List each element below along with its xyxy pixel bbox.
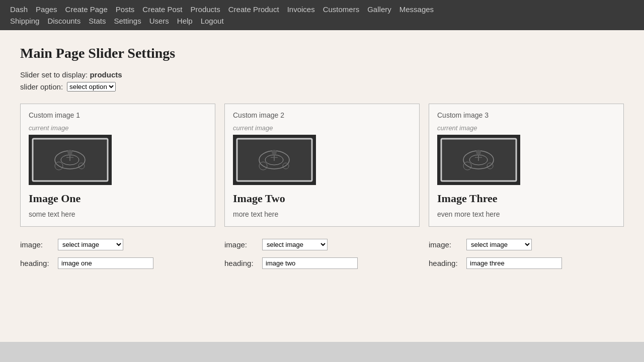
form-row-1-image: image: select image: [20, 239, 215, 250]
form-col-2: image: select image heading:: [224, 239, 420, 276]
form-2-heading-input[interactable]: [262, 257, 358, 269]
form-1-image-select[interactable]: select image: [58, 239, 123, 250]
card-2-text: more text here: [233, 210, 411, 218]
nav-products[interactable]: Products: [191, 5, 220, 14]
form-1-heading-input[interactable]: [58, 257, 153, 269]
form-rows: image: select image heading: image: sele…: [20, 239, 624, 276]
nav-posts[interactable]: Posts: [116, 5, 135, 14]
card-1-text: some text here: [29, 210, 207, 218]
form-row-3-image: image: select image: [429, 239, 624, 250]
slider-set-value: products: [90, 70, 122, 79]
nav-shipping[interactable]: Shipping: [10, 17, 39, 25]
nav-logout[interactable]: Logout: [201, 17, 224, 25]
card-1-heading: Image One: [29, 192, 207, 205]
form-2-heading-label: heading:: [224, 259, 262, 267]
card-2-current-image-label: current image: [233, 124, 411, 132]
form-col-3: image: select image heading:: [429, 239, 624, 276]
card-3-title: Custom image 3: [437, 111, 615, 119]
card-2-heading: Image Two: [233, 192, 411, 205]
form-3-image-label: image:: [429, 240, 466, 249]
form-row-3-heading: heading:: [429, 257, 624, 269]
nav-gallery[interactable]: Gallery: [367, 5, 391, 14]
nav-dash[interactable]: Dash: [10, 5, 28, 14]
svg-point-16: [272, 150, 277, 155]
card-3: Custom image 3 current image Image Three: [429, 104, 624, 227]
nav-create-page[interactable]: Create Page: [65, 5, 108, 14]
nav-invoices[interactable]: Invoices: [287, 5, 315, 14]
form-row-2-heading: heading:: [224, 257, 420, 269]
slider-set-display: Slider set to display: products: [20, 70, 624, 79]
nav-create-product[interactable]: Create Product: [228, 5, 279, 14]
main-content: Main Page Slider Settings Slider set to …: [0, 30, 644, 342]
form-col-1: image: select image heading:: [20, 239, 215, 276]
card-3-image: [437, 135, 520, 185]
card-1-image: [29, 135, 112, 185]
slider-option-row: slider option: select option: [20, 82, 624, 92]
svg-point-26: [476, 150, 481, 155]
nav-settings[interactable]: Settings: [114, 17, 141, 25]
svg-point-6: [67, 150, 72, 155]
nav-discounts[interactable]: Discounts: [47, 17, 80, 25]
cards-row: Custom image 1 current image: [20, 104, 624, 227]
card-2: Custom image 2 current image Image Two m: [224, 104, 420, 227]
form-1-heading-label: heading:: [20, 259, 58, 267]
form-row-2-image: image: select image: [224, 239, 420, 250]
nav-pages[interactable]: Pages: [36, 5, 57, 14]
form-3-heading-label: heading:: [429, 259, 466, 267]
nav-users[interactable]: Users: [149, 17, 169, 25]
slider-set-label: Slider set to display:: [20, 70, 88, 79]
card-3-current-image-label: current image: [437, 124, 615, 132]
nav-bar: Dash Pages Create Page Posts Create Post…: [0, 0, 644, 30]
form-2-image-label: image:: [224, 240, 262, 249]
nav-stats[interactable]: Stats: [89, 17, 106, 25]
card-1-current-image-label: current image: [29, 124, 207, 132]
nav-help[interactable]: Help: [177, 17, 193, 25]
card-3-heading: Image Three: [437, 192, 615, 205]
page-title: Main Page Slider Settings: [20, 45, 624, 61]
nav-customers[interactable]: Customers: [323, 5, 360, 14]
slider-option-label: slider option:: [20, 82, 63, 91]
nav-row-2: Shipping Discounts Stats Settings Users …: [10, 17, 634, 25]
card-2-title: Custom image 2: [233, 111, 411, 119]
form-row-1-heading: heading:: [20, 257, 215, 269]
card-1: Custom image 1 current image: [20, 104, 215, 227]
nav-messages[interactable]: Messages: [399, 5, 434, 14]
form-2-image-select[interactable]: select image: [262, 239, 328, 250]
card-1-title: Custom image 1: [29, 111, 207, 119]
nav-row-1: Dash Pages Create Page Posts Create Post…: [10, 5, 634, 14]
card-2-image: [233, 135, 316, 185]
slider-option-select[interactable]: select option: [67, 82, 116, 92]
form-3-image-select[interactable]: select image: [466, 239, 532, 250]
nav-create-post[interactable]: Create Post: [142, 5, 182, 14]
form-1-image-label: image:: [20, 240, 58, 249]
card-3-text: even more text here: [437, 210, 615, 218]
form-3-heading-input[interactable]: [466, 257, 562, 269]
